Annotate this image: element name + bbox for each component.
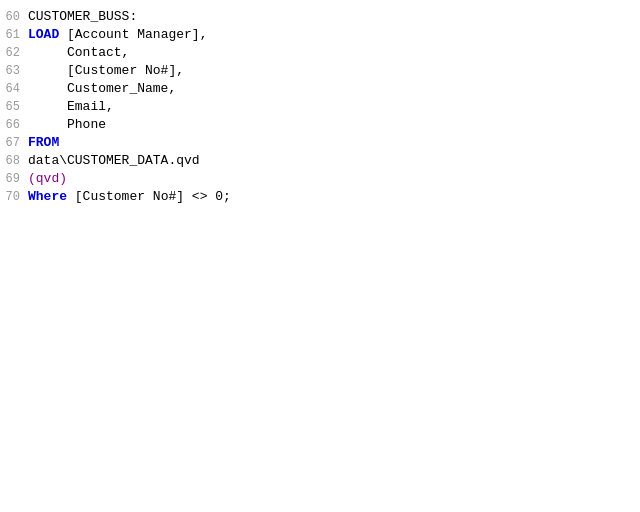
- code-token: CUSTOMER_BUSS:: [28, 8, 137, 26]
- line-number: 69: [0, 170, 28, 188]
- code-token: Email,: [28, 98, 114, 116]
- code-line: 60CUSTOMER_BUSS:: [0, 8, 640, 26]
- line-number: 70: [0, 188, 28, 206]
- code-editor: 60CUSTOMER_BUSS:61LOAD [Account Manager]…: [0, 0, 640, 512]
- code-line: 65 Email,: [0, 98, 640, 116]
- line-number: 66: [0, 116, 28, 134]
- code-token: [Account Manager],: [59, 26, 207, 44]
- line-number: 61: [0, 26, 28, 44]
- code-line: 66 Phone: [0, 116, 640, 134]
- code-line: 62 Contact,: [0, 44, 640, 62]
- code-line: 70Where [Customer No#] <> 0;: [0, 188, 640, 206]
- code-line: 61LOAD [Account Manager],: [0, 26, 640, 44]
- code-token: [Customer No#],: [28, 62, 184, 80]
- line-number: 62: [0, 44, 28, 62]
- line-number: 67: [0, 134, 28, 152]
- code-line: 68data\CUSTOMER_DATA.qvd: [0, 152, 640, 170]
- code-token: LOAD: [28, 26, 59, 44]
- code-line: 67FROM: [0, 134, 640, 152]
- line-number: 65: [0, 98, 28, 116]
- code-token: [Customer No#] <> 0;: [67, 188, 231, 206]
- code-token: Where: [28, 188, 67, 206]
- code-token: data\CUSTOMER_DATA.qvd: [28, 152, 200, 170]
- code-line: 63 [Customer No#],: [0, 62, 640, 80]
- code-line: 69(qvd): [0, 170, 640, 188]
- code-token: FROM: [28, 134, 59, 152]
- code-token: Contact,: [28, 44, 129, 62]
- code-token: Customer_Name,: [28, 80, 176, 98]
- code-token: Phone: [28, 116, 106, 134]
- line-number: 64: [0, 80, 28, 98]
- line-number: 60: [0, 8, 28, 26]
- code-line: 64 Customer_Name,: [0, 80, 640, 98]
- code-token: (qvd): [28, 170, 67, 188]
- line-number: 63: [0, 62, 28, 80]
- line-number: 68: [0, 152, 28, 170]
